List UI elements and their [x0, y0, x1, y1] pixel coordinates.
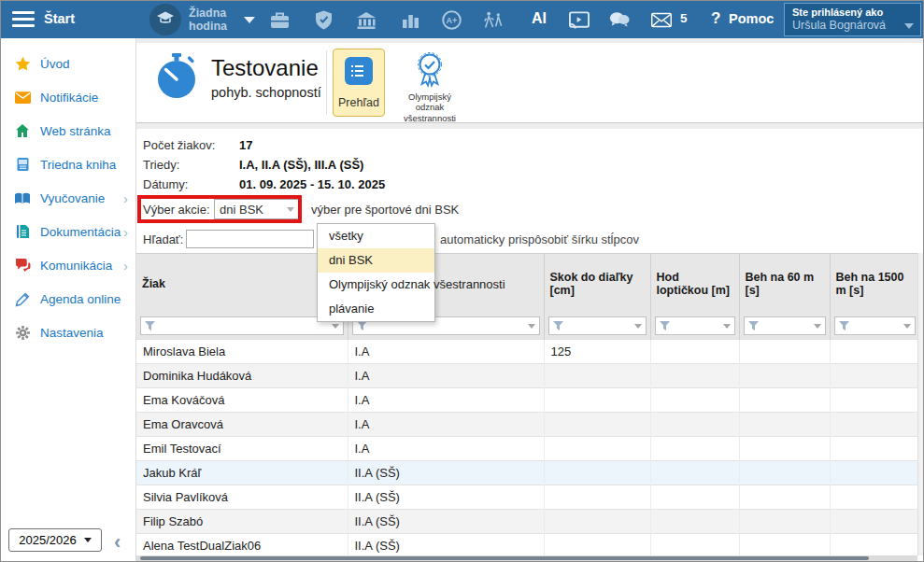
cell-beh60[interactable]: [739, 413, 830, 437]
cell-hod[interactable]: [650, 388, 739, 413]
cell-ziak: Ema Oravcová: [136, 413, 348, 437]
autofit-columns-label[interactable]: automaticky prispôsobiť šírku stĺpcov: [440, 232, 639, 246]
cell-skok[interactable]: [544, 510, 650, 534]
sidebar-item-agenda-online[interactable]: Agenda online: [1, 282, 135, 316]
cast-screen-icon[interactable]: [569, 10, 590, 30]
sidebar-item-komunikacia[interactable]: Komunikácia ›: [1, 248, 135, 282]
cell-hod[interactable]: [650, 534, 739, 558]
sidebar-item-vyucovanie[interactable]: Vyučovanie ›: [1, 181, 135, 215]
cell-hod[interactable]: [650, 340, 739, 364]
table-row[interactable]: Ema Kováčová I.A: [136, 388, 919, 413]
action-select[interactable]: dni BSK: [214, 199, 300, 219]
cell-beh60[interactable]: [739, 364, 830, 388]
cell-beh1500[interactable]: [830, 388, 919, 413]
cell-hod[interactable]: [650, 510, 739, 534]
sidebar-item-nastavenia[interactable]: Nastavenia: [1, 316, 135, 349]
cell-hod[interactable]: [650, 485, 739, 510]
ai-button[interactable]: AI: [532, 10, 547, 27]
institution-icon[interactable]: [356, 10, 377, 30]
cell-hod[interactable]: [650, 437, 739, 461]
table-row[interactable]: Silvia Pavlíková II.A (SŠ): [136, 485, 919, 510]
cell-beh1500[interactable]: [830, 437, 919, 461]
cell-skok[interactable]: [544, 413, 650, 437]
funnel-icon: [748, 321, 759, 330]
table-row[interactable]: Emil Testovací I.A: [136, 437, 919, 461]
sidebar-item-triedna-kniha[interactable]: Triedna kniha: [1, 148, 135, 181]
user-menu[interactable]: Ste prihlásený ako Uršula Bognárová: [784, 3, 921, 36]
cell-hod[interactable]: [650, 413, 739, 437]
cell-beh60[interactable]: [739, 340, 830, 364]
help-button[interactable]: Pomoc: [729, 11, 774, 26]
filter-hod[interactable]: [655, 316, 735, 335]
sidebar-item-uvod[interactable]: Úvod: [1, 47, 135, 80]
cell-beh1500[interactable]: [830, 485, 919, 510]
sidebar-item-web-stranka[interactable]: Web stránka: [1, 114, 135, 148]
cell-skok[interactable]: [544, 461, 650, 485]
cell-beh60[interactable]: [739, 534, 830, 558]
school-year-select[interactable]: 2025/2026: [8, 528, 102, 552]
cell-beh60[interactable]: [739, 510, 830, 534]
help-question-icon[interactable]: ?: [711, 9, 720, 28]
vertical-scrollbar[interactable]: [917, 253, 923, 555]
lesson-status-label[interactable]: Žiadna hodina: [189, 7, 241, 34]
cell-skok[interactable]: [544, 437, 650, 461]
dropdown-option[interactable]: dni BSK: [318, 248, 434, 273]
table-row[interactable]: Filip Szabó II.A (SŠ): [136, 510, 919, 534]
cell-beh1500[interactable]: [830, 461, 919, 485]
collapse-sidebar-button[interactable]: ‹: [114, 532, 121, 553]
sidebar-item-notifikacie[interactable]: Notifikácie: [1, 80, 135, 114]
cell-hod[interactable]: [650, 461, 739, 485]
cell-beh60[interactable]: [739, 485, 830, 510]
cell-skok[interactable]: 125: [544, 340, 650, 364]
cell-skok[interactable]: [544, 534, 650, 558]
start-button[interactable]: Štart: [44, 11, 75, 26]
briefcase-icon[interactable]: [269, 10, 290, 30]
chat-bubbles-icon[interactable]: [609, 10, 630, 30]
cell-hod[interactable]: [650, 364, 739, 388]
cell-skok[interactable]: [544, 485, 650, 510]
column-header-skok[interactable]: Skok do diaľky [cm]: [544, 254, 650, 314]
cell-beh1500[interactable]: [830, 340, 919, 364]
column-header-hod[interactable]: Hod loptičkou [m]: [650, 254, 739, 314]
search-input[interactable]: [186, 230, 314, 248]
bar-chart-icon[interactable]: [400, 10, 420, 30]
menu-icon[interactable]: [12, 11, 35, 31]
cell-beh1500[interactable]: [830, 534, 919, 558]
table-row[interactable]: Alena TestDualZiak06 II.A (SŠ): [136, 534, 919, 558]
scrollbar-thumb[interactable]: [140, 556, 869, 560]
chevron-down-icon[interactable]: [244, 17, 255, 23]
grades-a-plus-icon[interactable]: A+: [441, 10, 462, 30]
cell-beh60[interactable]: [739, 388, 830, 413]
chevron-down-icon: [903, 324, 911, 329]
filter-skok[interactable]: [548, 316, 647, 335]
cell-beh1500[interactable]: [830, 413, 919, 437]
dropdown-option[interactable]: Olympijský odznak všestrannosti: [318, 273, 434, 297]
shield-check-icon[interactable]: [313, 10, 334, 30]
dropdown-option[interactable]: plávanie: [318, 297, 434, 321]
column-header-beh1500[interactable]: Beh na 1500 m [s]: [830, 254, 919, 314]
sidebar-item-dokumentacia[interactable]: Dokumentácia ›: [1, 215, 135, 248]
table-row[interactable]: Jakub Kráľ II.A (SŠ): [136, 461, 919, 485]
table-row[interactable]: Dominika Hudáková I.A: [136, 364, 919, 388]
column-header-beh60[interactable]: Beh na 60 m [s]: [739, 254, 830, 314]
tab-prehlad[interactable]: Prehľad: [333, 49, 385, 117]
chevron-down-icon: [332, 324, 339, 329]
table-row[interactable]: Ema Oravcová I.A: [136, 413, 919, 437]
cell-beh1500[interactable]: [830, 510, 919, 534]
walking-people-icon[interactable]: [483, 10, 504, 30]
lesson-button[interactable]: [149, 4, 181, 35]
cell-beh1500[interactable]: [830, 364, 919, 388]
table-row[interactable]: Miroslava Biela I.A 125: [136, 340, 919, 364]
tab-olympijsky-odznak[interactable]: Olympijský odznak všestrannosti: [394, 49, 465, 117]
horizontal-scrollbar[interactable]: [136, 555, 917, 561]
cell-beh60[interactable]: [739, 437, 830, 461]
dropdown-option[interactable]: všetky: [318, 224, 434, 248]
filter-beh60[interactable]: [744, 316, 826, 335]
cell-skok[interactable]: [544, 364, 650, 388]
mail-icon[interactable]: [651, 10, 672, 30]
cell-trieda: I.A: [348, 340, 544, 364]
filter-beh1500[interactable]: [834, 316, 917, 335]
cell-skok[interactable]: [544, 388, 650, 413]
filter-ziak[interactable]: [140, 316, 344, 335]
cell-beh60[interactable]: [739, 461, 830, 485]
